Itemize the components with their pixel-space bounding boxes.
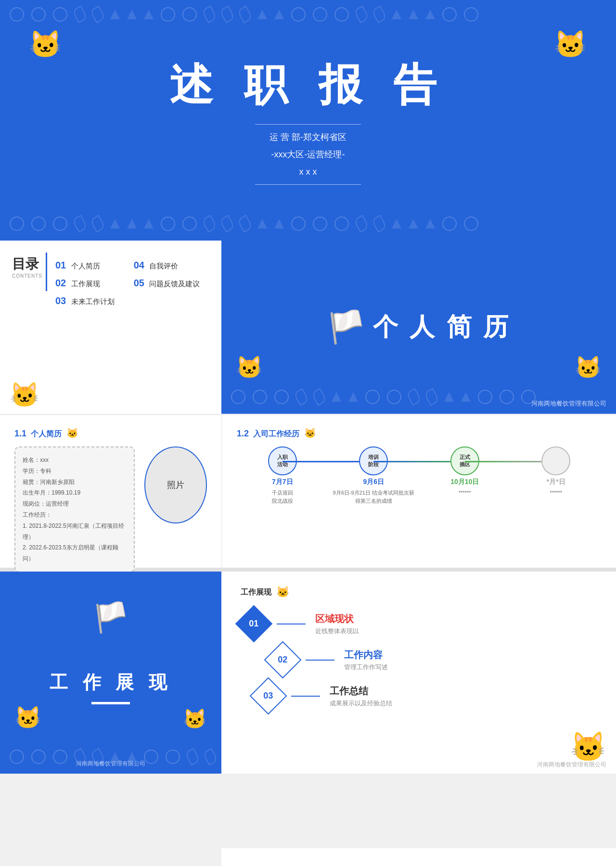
work-item2-content: 工作内容 管理工作作写述 (344, 649, 388, 672)
work-item-3: 03 工作总结 成果展示以及经验总结 (255, 683, 597, 709)
timeline: 入职活动 7月7日 千店巡回 院北战役 培训阶段 9月6日 9月6日-9月21日… (237, 446, 602, 505)
work-diamond-2: 02 (264, 641, 302, 679)
section1-num: 1.1 (14, 429, 26, 438)
contents-divider (46, 253, 47, 291)
resume-info: 姓名：xxx 学历：专科 籍贯：河南新乡原阳 出生年月：1999.10.19 现… (23, 455, 127, 564)
work-diamond-3: 03 (250, 677, 287, 715)
work-item-1: 01 区域现状 近线整体表现以 (241, 611, 597, 637)
personal-header-mascot: 🏳️ (327, 309, 366, 345)
contents-panel: 目录 CONTENTS 01 个人简历 02 工作展现 03 (0, 241, 221, 414)
work-item1-sublabel: 近线整体表现以 (315, 627, 359, 636)
contents-item-3: 03 未来工作计划 (55, 295, 115, 306)
mascot-left-2: 🐱 (236, 355, 263, 380)
mascot-work-right: 🐱 (183, 708, 207, 730)
contents-en: CONTENTS (12, 273, 42, 279)
resume-card: 姓名：xxx 学历：专科 籍贯：河南新乡原阳 出生年月：1999.10.19 现… (14, 446, 207, 573)
item4-num: 04 (134, 260, 144, 270)
personal-header-title: 个 人 简 历 (373, 310, 511, 344)
item3-num: 03 (55, 295, 66, 306)
section2-title: 入司工作经历 (253, 430, 299, 438)
work-item3-num: 03 (263, 691, 273, 701)
info-right: 1.2 入司工作经历 🐱 入职活动 7月7日 千店巡回 院北战役 培训阶段 9月… (221, 415, 616, 568)
work-item3-content: 工作总结 成果展示以及经验总结 (330, 685, 392, 708)
contents-item-1: 01 个人简历 (55, 260, 115, 271)
timeline-step-2: 培训阶段 9月6日 9月6日-9月21日 结业考试同批次获得第三名的成绩 (328, 446, 420, 505)
timeline-date-1: 7月7日 (237, 478, 328, 486)
work-item2-sublabel: 管理工作作写述 (344, 663, 388, 672)
mascot-section2: 🐱 (304, 428, 316, 438)
work-title: 工 作 展 现 (50, 670, 172, 695)
work-line-3 (291, 696, 320, 697)
mascot-left: 🐱 (29, 29, 62, 60)
item1-num: 01 (55, 260, 66, 270)
item4-text: 自我评价 (149, 262, 178, 270)
work-line-1 (277, 624, 306, 624)
timeline-date-2: 9月6日 (328, 478, 420, 486)
resume-text: 姓名：xxx 学历：专科 籍贯：河南新乡原阳 出生年月：1999.10.19 现… (14, 446, 135, 573)
contents-columns: 01 个人简历 02 工作展现 03 未来工作计划 04 (55, 260, 202, 313)
mascot-right: 🐱 (554, 29, 587, 60)
mascot-section1: 🐱 (66, 428, 78, 438)
work-item1-label: 区域现状 (315, 612, 359, 625)
work-item2-num: 02 (278, 655, 287, 665)
section2-num: 1.2 (237, 429, 249, 438)
personal-header: 🏳️ 个 人 简 历 🐱 🐱 河南两地餐饮管理有限公司 (221, 241, 616, 414)
timeline-circle-4 (541, 446, 570, 475)
slide-row-2: 目录 CONTENTS 01 个人简历 02 工作展现 03 (0, 241, 616, 414)
work-right: 工作展现 🐱 01 区域现状 近线整体表现以 02 (221, 572, 616, 774)
contents-col-left: 01 个人简历 02 工作展现 03 未来工作计划 (55, 260, 115, 313)
work-item3-label: 工作总结 (330, 685, 392, 698)
mascot-work-section: 🐱 (276, 586, 289, 599)
work-underline (91, 702, 130, 704)
mascot-work-left: 🐱 (14, 705, 41, 730)
work-left: 🏳️ 工 作 展 现 🐱 🐱 河南两地餐饮管理有限公司 (0, 572, 221, 774)
mascot-contents: 🐱 (10, 381, 39, 409)
contents-col-right: 04 自我评价 05 问题反馈及建议 (134, 260, 200, 313)
work-section-label: 工作展现 (241, 587, 271, 598)
photo-placeholder: 照片 (144, 446, 207, 523)
info-left: 1.1 个人简历 🐱 姓名：xxx 学历：专科 籍贯：河南新乡原阳 出生年月：1… (0, 415, 221, 568)
work-section-title: 工作展现 🐱 (241, 586, 597, 599)
item2-num: 02 (55, 278, 66, 288)
timeline-desc-4: ****** (511, 489, 602, 497)
timeline-step-3: 正式插区 10月10日 ****** (419, 446, 511, 497)
timeline-step-1: 入职活动 7月7日 千店巡回 院北战役 (237, 446, 328, 505)
work-pattern (0, 740, 221, 774)
subtitle-line2: -xxx大区-运营经理- (270, 146, 346, 163)
contents-item-5: 05 问题反馈及建议 (134, 278, 200, 289)
section1-title: 个人简历 (31, 430, 62, 438)
contents-item-2: 02 工作展现 (55, 278, 115, 289)
section-title-2: 1.2 入司工作经历 🐱 (237, 427, 602, 439)
bottom-pattern (0, 207, 616, 241)
contents-label: 目录 CONTENTS (12, 255, 42, 279)
photo-text: 照片 (167, 479, 184, 491)
contents-items: 01 个人简历 02 工作展现 03 未来工作计划 04 (55, 260, 202, 313)
slide-row-4: 🏳️ 工 作 展 现 🐱 🐱 河南两地餐饮管理有限公司 工作展现 🐱 01 (0, 572, 616, 774)
timeline-date-3: 10月10日 (419, 478, 511, 486)
slide-title: 🐱 🐱 述 职 报 告 运 营 部-郑文柯省区 -xxx大区-运营经理- x x… (0, 0, 616, 241)
timeline-desc-2: 9月6日-9月21日 结业考试同批次获得第三名的成绩 (328, 489, 420, 505)
item1-text: 个人简历 (71, 262, 100, 270)
mascot-right-2: 🐱 (575, 355, 602, 380)
item5-text: 问题反馈及建议 (149, 280, 200, 288)
work-item2-label: 工作内容 (344, 649, 388, 662)
work-line-2 (306, 660, 334, 661)
work-item-2: 02 工作内容 管理工作作写述 (270, 647, 597, 673)
timeline-date-4: *月*日 (511, 478, 602, 486)
mascot-work-br: 🐱 (570, 730, 606, 764)
timeline-desc-3: ****** (419, 489, 511, 497)
subtitle-block: 运 营 部-郑文柯省区 -xxx大区-运营经理- x x x (255, 124, 361, 185)
item3-text: 未来工作计划 (71, 297, 115, 306)
work-item1-num: 01 (249, 619, 258, 629)
section-title-1: 1.1 个人简历 🐱 (14, 427, 207, 439)
item5-num: 05 (134, 278, 144, 288)
subtitle-line3: x x x (270, 163, 346, 180)
company-work-right: 河南两地餐饮管理有限公司 (537, 761, 606, 769)
main-title: 述 职 报 告 (169, 56, 446, 115)
contents-item-4: 04 自我评价 (134, 260, 200, 271)
personal-header-pattern (221, 380, 616, 414)
work-diamond-1: 01 (235, 605, 273, 643)
contents-zh: 目录 (12, 255, 42, 273)
work-item3-sublabel: 成果展示以及经验总结 (330, 699, 392, 708)
timeline-step-4: *月*日 ****** (511, 446, 602, 497)
